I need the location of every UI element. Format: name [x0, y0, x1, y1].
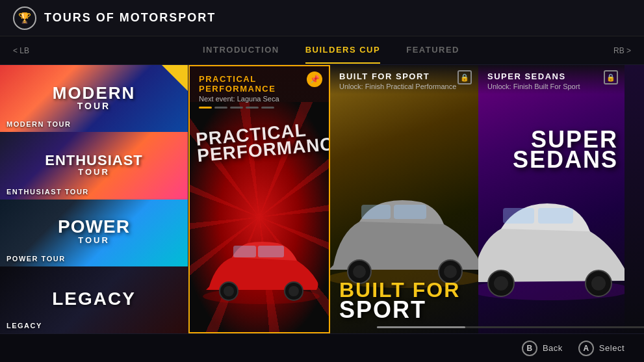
- dot-5: [261, 107, 274, 109]
- bfs-art-text: BUILT FOR SPORT: [339, 281, 460, 320]
- svg-rect-9: [394, 205, 426, 219]
- svg-point-4: [224, 286, 234, 296]
- bfs-sport-text: SPORT: [339, 300, 460, 320]
- scroll-bar: [377, 326, 644, 328]
- svg-point-20: [591, 276, 606, 291]
- select-button-icon: A: [578, 341, 594, 356]
- nav-tabs: INTRODUCTION BUILDERS CUP FEATURED: [49, 37, 613, 64]
- card-title-bfs: BUILT FOR SPORT: [339, 71, 469, 81]
- sidebar-item-modern[interactable]: MODERNTOUR MODERN TOUR: [0, 65, 188, 132]
- select-button-label: Select: [599, 343, 625, 353]
- card-subtitle-practical: Next event: Laguna Seca: [199, 95, 320, 103]
- card-subtitle-bfs: Unlock: Finish Practical Performance: [339, 83, 469, 90]
- bottom-bar: B Back A Select: [0, 333, 644, 362]
- ss-sedans-text: SEDANS: [513, 150, 618, 170]
- svg-rect-16: [538, 208, 573, 224]
- card-header-bfs: BUILT FOR SPORT Unlock: Finish Practical…: [330, 65, 478, 94]
- card-header-practical: PRACTICAL PERFORMANCE Next event: Laguna…: [190, 66, 329, 107]
- tab-featured[interactable]: FEATURED: [406, 37, 459, 64]
- card-header-ss: SUPER SEDANS Unlock: Finish Built For Sp…: [478, 65, 625, 94]
- sidebar-label-legacy: LEGACY: [6, 322, 42, 330]
- dot-4: [246, 107, 259, 109]
- header: 🏆 TOURS OF MOTORSPORT: [0, 0, 644, 36]
- svg-rect-2: [258, 246, 284, 257]
- header-icon: 🏆: [13, 6, 36, 30]
- svg-rect-15: [503, 208, 534, 224]
- svg-point-13: [444, 265, 457, 278]
- tab-builders-cup[interactable]: BUILDERS CUP: [305, 37, 381, 64]
- back-control[interactable]: B Back: [522, 341, 563, 356]
- partial-bg: [625, 65, 644, 333]
- back-button-label: Back: [543, 343, 563, 353]
- card-title-practical: PRACTICAL PERFORMANCE: [199, 74, 320, 94]
- select-control[interactable]: A Select: [578, 341, 625, 356]
- legacy-tour-title: LEGACY: [52, 290, 136, 308]
- power-tour-title: POWERTOUR: [58, 218, 130, 245]
- sidebar-item-power[interactable]: POWERTOUR POWER TOUR: [0, 200, 188, 266]
- enthusiast-tour-title: ENTHUSIASTTOUR: [45, 153, 143, 176]
- svg-rect-8: [361, 205, 391, 219]
- ss-car-svg: [478, 200, 625, 307]
- sidebar-label-power: POWER TOUR: [6, 255, 66, 263]
- nav-bar: < LB INTRODUCTION BUILDERS CUP FEATURED …: [0, 36, 644, 65]
- nav-right-button[interactable]: RB >: [613, 46, 631, 55]
- main-content: MODERNTOUR MODERN TOUR ENTHUSIASTTOUR EN…: [0, 65, 644, 333]
- sidebar-item-enthusiast[interactable]: ENTHUSIASTTOUR ENTHUSIAST TOUR: [0, 132, 188, 199]
- cards-area: 📌 PRACTICAL PERFORMANCE Next event: Lagu…: [188, 65, 644, 333]
- featured-pin-icon: 📌: [307, 71, 322, 87]
- dot-3: [230, 107, 243, 109]
- card-built-for-sport[interactable]: 🔒 BUILT FOR SPORT Unlock: Finish Practic…: [330, 65, 478, 333]
- selected-indicator: [162, 65, 188, 91]
- dot-2: [214, 107, 227, 109]
- card-dots-practical: [190, 107, 329, 114]
- svg-point-6: [289, 286, 299, 296]
- sidebar-label-modern: MODERN TOUR: [6, 120, 71, 128]
- sidebar-item-legacy[interactable]: LEGACY LEGACY: [0, 266, 188, 333]
- card-title-ss: SUPER SEDANS: [487, 71, 615, 81]
- svg-point-18: [494, 276, 508, 291]
- sidebar-label-enthusiast: ENTHUSIAST TOUR: [6, 188, 89, 196]
- lock-icon-bfs: 🔒: [457, 70, 472, 84]
- svg-rect-1: [233, 246, 256, 257]
- lock-icon-ss: 🔒: [604, 70, 618, 84]
- tab-introduction[interactable]: INTRODUCTION: [203, 37, 279, 64]
- card-partial[interactable]: [625, 65, 644, 333]
- card-subtitle-ss: Unlock: Finish Built For Sport: [487, 83, 615, 90]
- sidebar: MODERNTOUR MODERN TOUR ENTHUSIASTTOUR EN…: [0, 65, 188, 333]
- card-super-sedans[interactable]: 🔒 SUPER SEDANS Unlock: Finish Built For …: [478, 65, 625, 333]
- scroll-thumb: [377, 326, 465, 328]
- ss-art-text: SUPER SEDANS: [513, 130, 618, 170]
- practical-car-svg: [196, 238, 326, 309]
- card-practical-performance[interactable]: 📌 PRACTICAL PERFORMANCE Next event: Lagu…: [188, 65, 330, 333]
- header-title: TOURS OF MOTORSPORT: [44, 11, 216, 25]
- nav-left-button[interactable]: < LB: [13, 46, 29, 55]
- dot-1: [199, 107, 212, 109]
- svg-point-11: [353, 265, 366, 278]
- modern-tour-title: MODERNTOUR: [53, 84, 136, 110]
- back-button-icon: B: [522, 341, 537, 356]
